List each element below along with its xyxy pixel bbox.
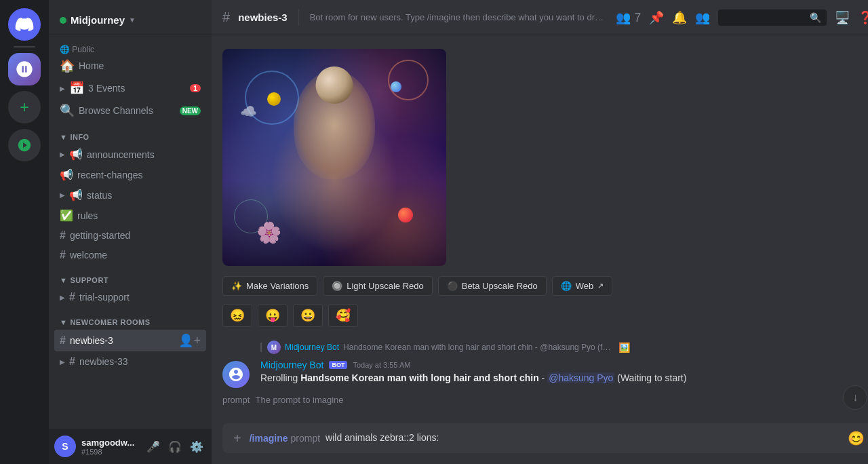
image-container: 🌸 ☁️ bbox=[222, 49, 446, 266]
info-section-label[interactable]: ▼ INFO bbox=[60, 133, 206, 141]
small-sphere-1 bbox=[267, 92, 281, 106]
channel-name: newbies-3 bbox=[238, 12, 288, 23]
bot-message-text: Rerolling Handsome Korean man with long … bbox=[260, 372, 868, 385]
sidebar-item-status[interactable]: ▶ 📢 status bbox=[54, 185, 206, 205]
threads-icon[interactable]: 👥 bbox=[695, 10, 710, 25]
light-upscale-redo-button[interactable]: 🔘 Light Upscale Redo bbox=[323, 276, 432, 296]
reaction-button-2[interactable]: 😛 bbox=[258, 304, 288, 327]
info-section: ▼ INFO bbox=[49, 122, 212, 144]
bot-message-header: Midjourney Bot BOT Today at 3:55 AM bbox=[260, 360, 868, 370]
sidebar-item-announcements[interactable]: ▶ 📢 announcements bbox=[54, 144, 206, 164]
explore-servers-button[interactable] bbox=[8, 129, 41, 161]
small-sphere-3 bbox=[398, 208, 413, 223]
sidebar-item-trial-support[interactable]: ▶ # trial-support bbox=[54, 288, 206, 307]
newbies-3-add-member-icon[interactable]: 👤+ bbox=[178, 333, 201, 348]
headphones-button[interactable]: 🎧 bbox=[165, 437, 184, 456]
planet-sphere bbox=[316, 66, 353, 104]
support-section: ▼ SUPPORT bbox=[49, 265, 212, 287]
ai-generated-image[interactable]: 🌸 ☁️ bbox=[222, 49, 446, 266]
midjourney-server-icon[interactable] bbox=[8, 53, 41, 85]
channel-hash-icon: # bbox=[222, 9, 230, 25]
newcomer-rooms-section: ▼ NEWCOMER ROOMS bbox=[49, 307, 212, 329]
sidebar-item-newbies-33[interactable]: ▶ # newbies-33 bbox=[54, 352, 206, 371]
sidebar-item-recent-changes[interactable]: 📢 recent-changes bbox=[54, 165, 206, 185]
status-icon: 📢 bbox=[69, 189, 83, 201]
main-content: # newbies-3 Bot room for new users. Type… bbox=[212, 0, 868, 464]
support-section-label[interactable]: ▼ SUPPORT bbox=[60, 276, 206, 284]
user-info: samgoodw... #1598 bbox=[81, 438, 138, 456]
settings-button[interactable]: ⚙️ bbox=[187, 437, 206, 456]
online-indicator bbox=[60, 17, 66, 24]
sidebar-item-events[interactable]: ▶ 📅 3 Events 1 bbox=[54, 77, 206, 99]
prompt-label: prompt bbox=[222, 395, 250, 405]
beta-upscale-redo-button[interactable]: ⚫ Beta Upscale Redo bbox=[438, 276, 547, 296]
deco-circle-2 bbox=[388, 60, 429, 100]
notification-pin-icon[interactable]: 📌 bbox=[649, 10, 664, 25]
server-dropdown-icon: ▼ bbox=[129, 16, 136, 24]
reaction-button-1[interactable]: 😖 bbox=[222, 304, 252, 327]
ref-avatar: M bbox=[267, 341, 281, 354]
newcomer-rooms-section-label[interactable]: ▼ NEWCOMER ROOMS bbox=[60, 318, 206, 326]
sidebar-item-getting-started[interactable]: # getting-started bbox=[54, 226, 206, 245]
newbies-33-expand-icon: ▶ bbox=[60, 358, 65, 366]
ref-text: Handsome Korean man with long hair and s… bbox=[343, 343, 614, 352]
welcome-icon: # bbox=[60, 249, 66, 261]
sidebar-item-newbies-3[interactable]: # newbies-3 👤+ bbox=[54, 330, 206, 351]
reaction-button-3[interactable]: 😀 bbox=[293, 304, 323, 327]
bot-author-name[interactable]: Midjourney Bot bbox=[260, 360, 323, 370]
attach-file-icon[interactable]: + bbox=[231, 428, 244, 449]
bot-ref-bar: M Midjourney Bot Handsome Korean man wit… bbox=[260, 341, 630, 354]
public-label: 🌐 Public bbox=[60, 45, 94, 54]
sidebar-item-home[interactable]: 🏠 Home bbox=[54, 55, 206, 77]
add-server-button[interactable]: + bbox=[8, 91, 41, 123]
sidebar-item-browse[interactable]: 🔍 Browse Channels NEW bbox=[54, 100, 206, 121]
bot-avatar bbox=[222, 361, 250, 388]
scroll-to-bottom-button[interactable]: ↓ bbox=[843, 385, 867, 410]
make-variations-button[interactable]: ✨ Make Variations bbox=[222, 276, 317, 296]
command-param: prompt bbox=[290, 433, 320, 444]
home-icon: 🏠 bbox=[60, 58, 75, 73]
events-expand-icon: ▶ bbox=[60, 85, 65, 92]
header-icons: 👥 7 📌 🔔 👥 🔍 🖥️ ❓ bbox=[616, 9, 868, 26]
web-icon: 🌐 bbox=[561, 281, 572, 291]
trial-support-icon: # bbox=[69, 291, 75, 303]
channel-header: # newbies-3 Bot room for new users. Type… bbox=[212, 0, 868, 35]
browse-icon: 🔍 bbox=[60, 103, 75, 118]
header-divider bbox=[298, 9, 299, 26]
sidebar: Midjourney ▼ 🌐 Public 🏠 Home ▶ 📅 3 Event… bbox=[49, 0, 212, 464]
announcements-icon: 📢 bbox=[69, 148, 83, 161]
sidebar-item-welcome[interactable]: # welcome bbox=[54, 246, 206, 265]
help-icon[interactable]: ❓ bbox=[858, 10, 868, 25]
browse-new-badge: NEW bbox=[180, 107, 201, 115]
sidebar-item-rules[interactable]: ✅ rules bbox=[54, 206, 206, 225]
discord-home-icon[interactable] bbox=[8, 8, 41, 41]
search-input[interactable] bbox=[724, 12, 806, 22]
chat-input-box: + /imagine prompt 😊 bbox=[222, 423, 868, 453]
search-icon: 🔍 bbox=[810, 12, 821, 23]
web-button[interactable]: 🌐 Web ↗ bbox=[552, 276, 613, 296]
server-name[interactable]: Midjourney ▼ bbox=[60, 14, 136, 26]
reaction-button-4[interactable]: 🥰 bbox=[328, 304, 358, 327]
chat-input-area: + /imagine prompt 😊 bbox=[212, 423, 868, 464]
emoji-picker-icon[interactable]: 😊 bbox=[848, 430, 865, 446]
mention[interactable]: @haksung Pyo bbox=[547, 372, 614, 383]
chat-input-field[interactable] bbox=[326, 431, 842, 445]
bot-badge: BOT bbox=[329, 361, 347, 369]
beta-upscale-icon: ⚫ bbox=[447, 281, 458, 291]
prompt-value: The prompt to imagine bbox=[255, 395, 343, 405]
bot-message-time: Today at 3:55 AM bbox=[353, 361, 410, 369]
ref-author[interactable]: Midjourney Bot bbox=[285, 343, 339, 352]
reaction-buttons-area: 😖 😛 😀 🥰 bbox=[212, 301, 868, 332]
bot-message: Midjourney Bot BOT Today at 3:55 AM Rero… bbox=[212, 358, 868, 389]
trial-support-expand-icon: ▶ bbox=[60, 294, 65, 301]
microphone-button[interactable]: 🎤 bbox=[144, 437, 163, 456]
newbies-3-icon: # bbox=[60, 334, 66, 347]
channel-topic: Bot room for new users. Type /imagine th… bbox=[310, 12, 608, 22]
small-sphere-2 bbox=[391, 81, 401, 92]
search-box[interactable]: 🔍 bbox=[718, 9, 827, 26]
ref-image-icon[interactable]: 🖼️ bbox=[618, 342, 630, 353]
inbox-icon[interactable]: 🖥️ bbox=[835, 10, 850, 25]
members-count-icon[interactable]: 👥 7 bbox=[616, 10, 641, 25]
bot-reference-row: M Midjourney Bot Handsome Korean man wit… bbox=[212, 335, 868, 355]
mention-activity-icon[interactable]: 🔔 bbox=[672, 10, 687, 25]
